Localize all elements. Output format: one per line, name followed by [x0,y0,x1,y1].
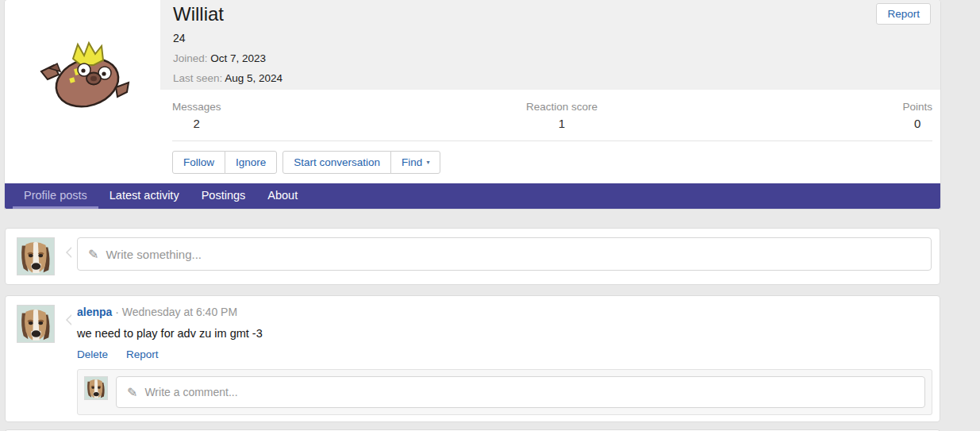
post-timestamp[interactable]: Wednesday at 6:40 PM [122,306,237,318]
post-author-link[interactable]: alenpa [77,306,112,318]
stats-divider [172,140,932,141]
post-author-avatar[interactable] [17,305,55,343]
profile-header-block: Williat 24 Joined: Oct 7, 2023 Last seen… [5,0,940,209]
caret-down-icon: ▾ [426,160,429,166]
post-header: alenpa · Wednesday at 6:40 PM [77,305,932,319]
post-actions: Delete Report [77,348,932,360]
stat-reaction-score: Reaction score 1 [526,101,598,130]
write-comment-box[interactable]: ✎ [116,376,925,408]
delete-post-link[interactable]: Delete [77,348,108,360]
tab-profile-posts[interactable]: Profile posts [13,183,98,209]
profile-tab-bar: Profile posts Latest activity Postings A… [5,183,940,209]
profile-stats: Messages 2 Reaction score 1 Points 0 [160,90,940,130]
profile-page: Williat 24 Joined: Oct 7, 2023 Last seen… [5,0,940,431]
beagle-avatar-image [17,238,54,275]
profile-banner: Williat 24 Joined: Oct 7, 2023 Last seen… [160,0,940,90]
find-label: Find [402,156,422,168]
start-conversation-button[interactable]: Start conversation [282,151,391,174]
post-separator: · [115,306,119,318]
profile-age: 24 [173,32,928,44]
tab-about[interactable]: About [256,183,309,209]
follow-ignore-group: Follow Ignore [172,151,277,174]
stat-points-label: Points [902,101,932,113]
report-profile-button[interactable]: Report [876,3,931,25]
stat-reaction-score-value: 1 [526,117,598,130]
stat-points-value[interactable]: 0 [902,117,932,130]
joined-row: Joined: Oct 7, 2023 [173,52,928,64]
follow-button[interactable]: Follow [172,151,225,174]
conversation-find-group: Start conversation Find ▾ [282,151,440,174]
pencil-icon: ✎ [127,385,137,400]
ignore-button[interactable]: Ignore [225,151,277,174]
pencil-icon: ✎ [88,247,98,262]
profile-post-card: alenpa · Wednesday at 6:40 PM we need to… [5,295,940,422]
joined-value: Oct 7, 2023 [210,52,266,64]
post-message: we need to play for adv zu im gmt -3 [77,326,932,341]
profile-header: Williat 24 Joined: Oct 7, 2023 Last seen… [5,0,940,183]
last-seen-value: Aug 5, 2024 [225,72,282,84]
post-body-row: alenpa · Wednesday at 6:40 PM we need to… [17,305,932,415]
tab-latest-activity[interactable]: Latest activity [98,183,190,209]
pokemon-sprite-image [38,41,132,114]
tab-postings[interactable]: Postings [190,183,257,209]
profile-post-composer-card: ✎ [5,228,940,285]
report-post-link[interactable]: Report [126,348,159,360]
stat-messages-value[interactable]: 2 [172,117,221,130]
write-something-box[interactable]: ✎ [77,237,932,271]
stat-messages-label: Messages [172,101,221,113]
stat-reaction-score-label: Reaction score [526,101,598,113]
stat-messages: Messages 2 [172,101,221,130]
write-something-input[interactable] [106,248,931,261]
stat-points: Points 0 [902,101,932,130]
profile-actions: Follow Ignore Start conversation Find ▾ [172,151,940,183]
beagle-avatar-image [17,306,54,342]
composer-bubble-arrow [55,237,77,275]
post-bubble-arrow [55,305,77,415]
write-comment-input[interactable] [144,386,924,398]
profile-header-main: Williat 24 Joined: Oct 7, 2023 Last seen… [160,0,940,183]
current-user-avatar[interactable] [17,237,55,275]
profile-avatar[interactable] [38,41,132,117]
profile-username: Williat [173,2,928,27]
comment-user-avatar[interactable] [84,376,108,400]
post-content: alenpa · Wednesday at 6:40 PM we need to… [77,305,932,415]
beagle-avatar-image [85,377,107,399]
comment-section: ✎ [77,369,932,415]
find-menu-button[interactable]: Find ▾ [390,151,440,174]
last-seen-label: Last seen: [173,72,222,84]
joined-label: Joined: [173,52,208,64]
last-seen-row: Last seen: Aug 5, 2024 [173,72,928,84]
profile-avatar-area [5,0,160,183]
